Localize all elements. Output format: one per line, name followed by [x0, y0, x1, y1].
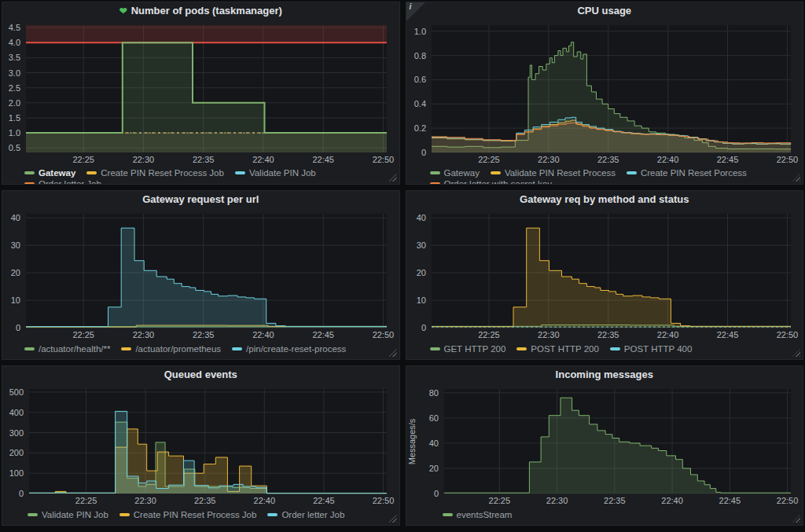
legend-item-gateway[interactable]: Gateway: [24, 168, 75, 178]
chart-legend: GatewayValidate PIN Reset ProcessCreate …: [406, 167, 803, 185]
legend-label: Create PIN Reset Process Job: [134, 510, 257, 519]
y-tick-label: 0: [421, 148, 425, 157]
y-tick-label: 3.5: [9, 53, 20, 62]
heart-icon: ❤: [119, 6, 127, 16]
x-tick-label: 22:40: [656, 330, 678, 339]
panel-title-text: Queued events: [164, 369, 237, 380]
chart-legend: Validate PIN JobCreate PIN Reset Process…: [2, 508, 399, 525]
y-tick-label: 40: [11, 213, 20, 222]
y-tick-label: 3.0: [9, 68, 20, 78]
y-tick-label: 400: [9, 408, 24, 417]
y-tick-label: 20: [416, 268, 425, 277]
legend-item-validate-pin-job[interactable]: Validate PIN Job: [28, 510, 108, 519]
panel-number-of-pods: ❤ Number of pods (taskmanager) 0.51.01.5…: [2, 2, 400, 185]
legend-item-post-http-400[interactable]: POST HTTP 400: [610, 344, 693, 354]
x-tick-label: 22:50: [776, 155, 798, 164]
legend-item-create-pin-reset-process-job[interactable]: Create PIN Reset Process Job: [86, 168, 224, 178]
legend-color-dash: [121, 347, 131, 350]
y-tick-label: 10: [11, 295, 20, 305]
y-tick-label: 20: [428, 464, 438, 473]
legend-item-validate-pin-reset-process[interactable]: Validate PIN Reset Process: [491, 168, 616, 178]
panel-title-text: Gateway req by method and status: [520, 193, 689, 205]
legend-label: Gateway: [39, 168, 75, 178]
x-tick-label: 22:50: [776, 496, 798, 505]
x-tick-label: 22:45: [716, 330, 738, 339]
y-tick-label: 1.0: [414, 27, 425, 36]
chart-plot-area[interactable]: 0.51.01.52.02.53.03.54.04.522:2522:3022:…: [2, 19, 399, 167]
legend-item-order-letter-with-secret-key[interactable]: Order letter with secret key: [430, 179, 552, 185]
x-tick-label: 22:25: [75, 496, 97, 505]
y-tick-label: 4.5: [9, 23, 20, 32]
x-tick-label: 22:40: [656, 155, 678, 164]
x-tick-label: 22:45: [719, 496, 741, 505]
y-tick-label: 30: [11, 240, 20, 250]
legend-label: Validate PIN Job: [42, 510, 108, 519]
legend-color-dash: [24, 182, 35, 185]
legend-color-dash: [491, 171, 501, 174]
y-tick-label: 60: [428, 413, 438, 423]
y-tick-label: 300: [9, 428, 24, 438]
y-tick-label: 200: [9, 448, 24, 457]
x-tick-label: 22:25: [72, 155, 94, 164]
x-tick-label: 22:25: [488, 496, 510, 505]
legend-item-actuator-health[interactable]: /actuator/health/**: [24, 344, 110, 354]
x-tick-label: 22:45: [312, 330, 334, 339]
chart-legend: GET HTTP 200POST HTTP 200POST HTTP 400: [406, 342, 803, 359]
legend-color-dash: [430, 347, 440, 350]
legend-label: GET HTTP 200: [444, 344, 506, 354]
x-tick-label: 22:45: [313, 496, 335, 505]
legend-item-order-letter-job[interactable]: Order letter Job: [24, 179, 101, 185]
legend-color-dash: [24, 171, 35, 174]
x-tick-label: 22:30: [134, 496, 156, 505]
legend-color-dash: [430, 182, 440, 185]
y-tick-label: 4.0: [9, 38, 20, 47]
legend-item-pin-create-reset-process[interactable]: /pin/create-reset-process: [232, 344, 346, 354]
legend-item-eventsstream[interactable]: eventsStream: [443, 510, 513, 519]
legend-label: /pin/create-reset-process: [246, 344, 346, 354]
legend-item-get-http-200[interactable]: GET HTTP 200: [430, 344, 506, 354]
x-tick-label: 22:30: [133, 330, 155, 339]
legend-item-validate-pin-job[interactable]: Validate PIN Job: [235, 168, 316, 178]
legend-color-dash: [232, 347, 242, 350]
legend-color-dash: [267, 513, 278, 516]
x-tick-label: 22:50: [373, 155, 395, 164]
legend-label: POST HTTP 400: [624, 344, 693, 354]
y-tick-label: 0: [433, 489, 438, 498]
y-tick-label: 80: [428, 388, 438, 398]
chart-plot-area[interactable]: 00.20.40.60.81.022:2522:3022:3522:4022:4…: [406, 19, 803, 167]
x-tick-label: 22:30: [546, 496, 568, 505]
panel-title-gateway-request-per-url[interactable]: Gateway request per url: [2, 191, 399, 207]
chart-legend: GatewayCreate PIN Reset Process JobValid…: [2, 167, 399, 185]
panel-gateway-request-per-url: Gateway request per url 01020304022:2522…: [2, 190, 400, 360]
legend-item-create-pin-reset-process-job[interactable]: Create PIN Reset Process Job: [119, 510, 257, 519]
legend-label: Order letter with secret key: [444, 179, 552, 185]
legend-item-create-pin-reset-porcess[interactable]: Create PIN Reset Porcess: [627, 168, 747, 178]
chart-plot-area[interactable]: 02040608022:2522:3022:3522:4022:4522:50M…: [406, 383, 803, 508]
panel-title-cpu-usage[interactable]: CPU usage: [406, 2, 803, 19]
panel-incoming-messages: Incoming messages 02040608022:2522:3022:…: [406, 365, 804, 526]
x-tick-label: 22:50: [373, 330, 395, 339]
panel-title-number-of-pods[interactable]: ❤ Number of pods (taskmanager): [2, 2, 399, 19]
x-tick-label: 22:25: [478, 155, 500, 164]
legend-label: eventsStream: [457, 510, 513, 519]
legend-label: Create PIN Reset Porcess: [641, 168, 747, 178]
legend-color-dash: [627, 171, 637, 174]
panel-title-queued-events[interactable]: Queued events: [2, 366, 399, 383]
panel-title-incoming-messages[interactable]: Incoming messages: [406, 366, 803, 383]
legend-item-actuator-prometheus[interactable]: /actuator/prometheus: [121, 344, 221, 354]
chart-plot-area[interactable]: 01020304022:2522:3022:3522:4022:4522:50: [406, 207, 803, 342]
y-tick-label: 0.8: [414, 51, 425, 61]
panel-title-gateway-req-by-method-status[interactable]: Gateway req by method and status: [406, 191, 803, 207]
x-tick-label: 22:35: [597, 155, 619, 164]
chart-plot-area[interactable]: 01020304022:2522:3022:3522:4022:4522:50: [2, 207, 399, 342]
x-tick-label: 22:35: [193, 155, 215, 164]
y-tick-label: 30: [416, 240, 425, 250]
chart-plot-area[interactable]: 010020030040050022:2522:3022:3522:4022:4…: [2, 383, 399, 508]
legend-item-order-letter-job[interactable]: Order letter Job: [267, 510, 344, 519]
legend-label: Order letter Job: [39, 179, 101, 185]
legend-label: POST HTTP 200: [531, 344, 599, 354]
chart-svg: 01020304022:2522:3022:3522:4022:4522:50: [406, 207, 803, 342]
legend-item-gateway[interactable]: Gateway: [430, 168, 480, 178]
legend-item-post-http-200[interactable]: POST HTTP 200: [516, 344, 599, 354]
legend-color-dash: [443, 513, 453, 516]
